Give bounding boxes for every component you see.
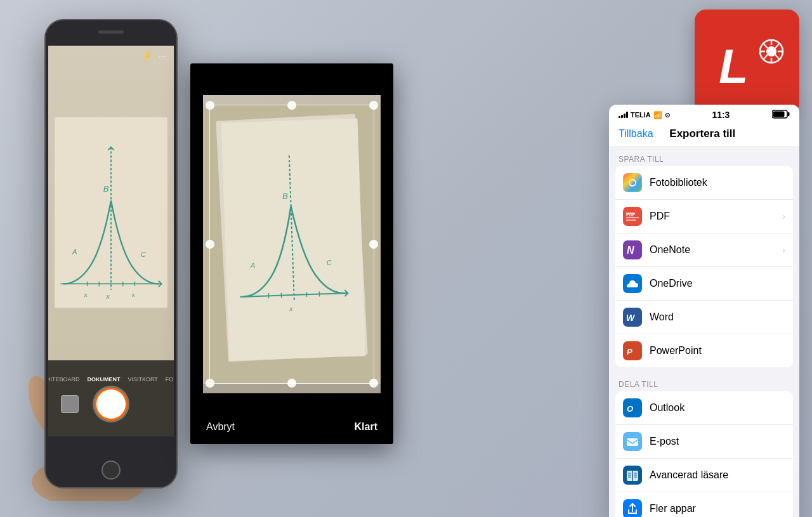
outlook-icon: O bbox=[623, 398, 642, 417]
photos-icon bbox=[623, 173, 642, 192]
crop-border bbox=[209, 105, 374, 384]
crop-handle-bl[interactable] bbox=[206, 379, 214, 388]
office-lens-logo: L bbox=[695, 10, 799, 114]
svg-text:W: W bbox=[626, 313, 636, 323]
shutter-row bbox=[48, 388, 174, 421]
svg-rect-50 bbox=[626, 213, 635, 214]
svg-rect-42 bbox=[773, 112, 785, 117]
signal-bars bbox=[619, 112, 628, 118]
phone2-container: B A C x bbox=[190, 63, 393, 444]
mode-foto[interactable]: FOTO bbox=[166, 376, 174, 383]
item-more-apps[interactable]: Fler appar bbox=[615, 492, 793, 517]
crop-handle-br[interactable] bbox=[369, 379, 378, 388]
crop-overlay bbox=[203, 95, 381, 393]
panel-title: Exportera till bbox=[669, 128, 735, 140]
svg-text:B: B bbox=[103, 184, 109, 193]
svg-text:P: P bbox=[627, 347, 632, 357]
more-apps-label: Fler appar bbox=[650, 503, 785, 514]
svg-text:C: C bbox=[141, 251, 147, 258]
crop-handle-bm[interactable] bbox=[287, 379, 296, 388]
onedrive-label: OneDrive bbox=[650, 278, 785, 289]
phone1-device: ⚡ ··· bbox=[44, 19, 178, 488]
phone1-container: ⚡ ··· bbox=[13, 19, 209, 501]
shutter-button[interactable] bbox=[95, 388, 128, 421]
onenote-label: OneNote bbox=[650, 244, 782, 256]
item-email[interactable]: E-post bbox=[615, 425, 793, 459]
outlook-label: Outlook bbox=[650, 402, 785, 414]
phone2-screen: B A C x bbox=[190, 63, 393, 444]
powerpoint-icon: P bbox=[623, 341, 642, 360]
svg-text:x: x bbox=[132, 292, 135, 298]
mode-whiteboard[interactable]: WHITEBOARD bbox=[48, 376, 79, 383]
nav-bar: Tillbaka Exportera till bbox=[609, 122, 799, 147]
cancel-button[interactable]: Avbryt bbox=[206, 421, 235, 433]
svg-rect-41 bbox=[788, 112, 790, 116]
onenote-icon: N bbox=[623, 240, 642, 259]
phone1-topbar: ⚡ ··· bbox=[48, 51, 174, 61]
save-items-list: Fotobibliotek PDF PDF › N bbox=[615, 166, 793, 367]
powerpoint-label: PowerPoint bbox=[650, 345, 785, 357]
photos-label: Fotobibliotek bbox=[650, 177, 785, 188]
save-section-header: SPARA TILL bbox=[609, 147, 799, 166]
location-icon: ⊙ bbox=[665, 112, 670, 119]
crop-handle-ml[interactable] bbox=[206, 240, 214, 249]
item-word[interactable]: W Word bbox=[615, 301, 793, 334]
export-panel: TELIA 📶 ⊙ 11:3 Tillbaka Exportera till S… bbox=[609, 105, 799, 517]
item-outlook[interactable]: O Outlook bbox=[615, 391, 793, 425]
status-time: 11:3 bbox=[712, 110, 730, 120]
item-pdf[interactable]: PDF PDF › bbox=[615, 200, 793, 233]
wifi-icon: 📶 bbox=[653, 111, 662, 119]
phone1-home-button[interactable] bbox=[102, 461, 121, 480]
crop-handle-tm[interactable] bbox=[287, 101, 296, 110]
item-powerpoint[interactable]: P PowerPoint bbox=[615, 334, 793, 367]
camera-bottombar: WHITEBOARD DOKUMENT VISITKORT FOTO bbox=[48, 360, 174, 436]
back-button[interactable]: Tillbaka bbox=[619, 128, 653, 140]
signal-area: TELIA 📶 ⊙ bbox=[619, 111, 670, 119]
svg-point-45 bbox=[630, 180, 635, 185]
item-onedrive[interactable]: OneDrive bbox=[615, 267, 793, 301]
reader-label: Avancerad läsare bbox=[650, 469, 785, 481]
logo-inner: L bbox=[716, 34, 779, 91]
onedrive-icon bbox=[623, 274, 642, 293]
share-icon bbox=[623, 499, 642, 517]
svg-text:x: x bbox=[84, 292, 88, 298]
crop-handle-tr[interactable] bbox=[369, 101, 378, 110]
word-icon: W bbox=[623, 308, 642, 327]
crop-handle-mr[interactable] bbox=[369, 240, 378, 249]
svg-rect-48 bbox=[626, 217, 639, 218]
battery-indicator bbox=[772, 110, 790, 120]
share-items-list: O Outlook E-post bbox=[615, 391, 793, 517]
camera-ui: ⚡ ··· bbox=[48, 46, 174, 436]
mode-visitkort[interactable]: VISITKORT bbox=[128, 376, 157, 383]
onenote-chevron-icon: › bbox=[782, 245, 785, 255]
item-reader[interactable]: Avancerad läsare bbox=[615, 459, 793, 492]
svg-rect-49 bbox=[626, 219, 636, 221]
gallery-thumbnail[interactable] bbox=[61, 395, 79, 413]
whiteboard-drawing: B A C x x x bbox=[55, 65, 167, 360]
carrier-label: TELIA bbox=[631, 111, 651, 119]
confirm-button[interactable]: Klart bbox=[355, 421, 377, 433]
camera-modes: WHITEBOARD DOKUMENT VISITKORT FOTO bbox=[48, 376, 174, 383]
phone1-screen: ⚡ ··· bbox=[48, 46, 174, 436]
status-bar: TELIA 📶 ⊙ 11:3 bbox=[609, 105, 799, 122]
crop-handle-tl[interactable] bbox=[206, 101, 214, 110]
lens-logo-svg: L bbox=[716, 34, 785, 91]
svg-rect-61 bbox=[627, 438, 638, 446]
phone1-speaker bbox=[98, 30, 124, 34]
item-photos[interactable]: Fotobibliotek bbox=[615, 166, 793, 200]
share-section-header: DELA TILL bbox=[609, 372, 799, 391]
svg-text:x: x bbox=[106, 293, 110, 300]
more-icon[interactable]: ··· bbox=[159, 51, 166, 61]
mode-dokument[interactable]: DOKUMENT bbox=[87, 376, 120, 383]
word-label: Word bbox=[650, 311, 785, 323]
phone2-bottom-bar: Avbryt Klart bbox=[190, 409, 393, 444]
pdf-label: PDF bbox=[650, 211, 782, 222]
reader-icon bbox=[623, 466, 642, 485]
pdf-icon: PDF bbox=[623, 207, 642, 226]
svg-text:A: A bbox=[72, 248, 77, 256]
svg-text:L: L bbox=[719, 39, 748, 91]
pdf-chevron-icon: › bbox=[782, 211, 785, 221]
item-onenote[interactable]: N OneNote › bbox=[615, 233, 793, 267]
svg-rect-14 bbox=[55, 117, 167, 308]
flash-icon[interactable]: ⚡ bbox=[141, 51, 152, 61]
